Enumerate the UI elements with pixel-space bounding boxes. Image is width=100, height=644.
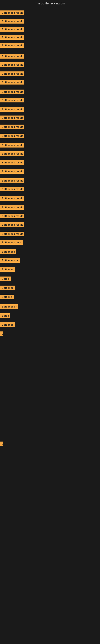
bottleneck-result-label: Bottleneck result	[0, 80, 24, 84]
bottleneck-result-item: Bottle	[0, 313, 10, 319]
bottleneck-result-item: Bottleneck result	[0, 134, 24, 139]
bottleneck-result-label: Bottleneck result	[0, 196, 24, 201]
bottleneck-result-item: Bottleneck result	[0, 205, 24, 210]
bottleneck-result-label: Bottleneck	[0, 249, 16, 254]
site-title: TheBottlenecker.com	[0, 0, 100, 7]
bottleneck-result-label: Bottleneck result	[0, 214, 24, 218]
bottleneck-result-item: Bottleneck result	[0, 10, 24, 16]
bottleneck-result-label: B	[0, 442, 3, 446]
bottleneck-result-label: Bottle	[0, 276, 11, 281]
bottleneck-result-label: Bottleneck result	[0, 27, 24, 32]
bottleneck-result-label: Bottlenec	[0, 286, 15, 290]
bottleneck-result-label: Bottleneck result	[0, 160, 24, 165]
bottleneck-result-item: Bottleneck result	[0, 124, 24, 130]
bottleneck-result-label: Bottleneck result	[0, 90, 24, 94]
bottleneck-result-item: Bottleneck result	[0, 187, 24, 192]
bottleneck-result-label: Bottleneck result	[0, 116, 24, 120]
bottleneck-result-item: Bottleneck result	[0, 54, 24, 59]
bottleneck-result-item: Bottleneck result	[0, 232, 24, 237]
bottleneck-result-item: Bottlenec	[0, 286, 15, 291]
bottleneck-result-item: Bottleneck result	[0, 222, 24, 228]
bottleneck-result-label: Bottleneck result	[0, 178, 24, 183]
bottleneck-result-item: Bottleneck result	[0, 72, 24, 77]
bottleneck-result-item: Bottleneck result	[0, 80, 24, 85]
bottleneck-result-item: Bottleneck result	[0, 35, 24, 40]
bottleneck-result-item: Bottleneck result	[0, 143, 24, 148]
bottleneck-result-label: Bottleneck resu	[0, 240, 23, 245]
bottleneck-result-label: Bottleneck result	[0, 98, 24, 102]
bottleneck-result-label: Bottleneck result	[0, 222, 24, 227]
bottleneck-result-item: Bottleneck result	[0, 116, 24, 121]
bottleneck-result-item: Bottleneck result	[0, 160, 24, 166]
bottleneck-result-label: Bottleneck result	[0, 205, 24, 210]
bottleneck-result-item: Bottleneck result	[0, 98, 24, 103]
bottleneck-result-label: Bottlene	[0, 295, 14, 299]
bottleneck-result-label: Bottleneck result	[0, 43, 24, 48]
bottleneck-result-label: Bottlenec	[0, 322, 15, 327]
bottleneck-result-label: Bottleneck result	[0, 35, 24, 40]
bottleneck-result-item: Bottleneck result	[0, 196, 24, 202]
bottleneck-result-label: Bottleneck result	[0, 187, 24, 192]
bottleneck-result-item: Bottle	[0, 276, 11, 282]
bottleneck-result-item: Bottleneck result	[0, 151, 24, 157]
bottleneck-result-label: Bottleneck result	[0, 62, 24, 67]
bottleneck-result-item: Bottleneck resu	[0, 240, 23, 246]
bottleneck-result-item: Bottleneck r	[0, 304, 18, 310]
bottleneck-result-label: Bottleneck r	[0, 304, 18, 309]
bottleneck-result-label: Bottleneck result	[0, 134, 24, 138]
bottleneck-result-label: Bottleneck result	[0, 143, 24, 148]
bottleneck-result-item: Bottlene	[0, 295, 14, 300]
bottleneck-result-label: B	[0, 332, 3, 336]
bottleneck-result-item: Bottleneck	[0, 249, 16, 255]
bottleneck-result-item: Bottleneck result	[0, 107, 24, 112]
bottleneck-result-item: Bottleneck result	[0, 90, 24, 95]
bottleneck-result-label: Bottlenec	[0, 267, 15, 272]
bottleneck-result-label: Bottle	[0, 313, 10, 318]
bottleneck-result-label: Bottleneck result	[0, 124, 24, 129]
bottleneck-result-label: Bottleneck result	[0, 169, 24, 174]
bottleneck-result-item: Bottleneck result	[0, 19, 24, 24]
bottleneck-result-item: Bottleneck result	[0, 169, 24, 174]
bottleneck-result-label: Bottleneck result	[0, 10, 24, 15]
bottleneck-result-label: Bottleneck re	[0, 258, 20, 263]
bottleneck-result-label: Bottleneck result	[0, 72, 24, 76]
bottleneck-result-label: Bottleneck result	[0, 54, 24, 58]
bottleneck-result-item: B	[0, 442, 3, 447]
bottleneck-result-item: Bottleneck re	[0, 258, 20, 264]
bottleneck-result-label: Bottleneck result	[0, 151, 24, 156]
bottleneck-result-item: B	[0, 332, 3, 337]
bottleneck-result-label: Bottleneck result	[0, 107, 24, 112]
bottleneck-result-item: Bottleneck result	[0, 62, 24, 68]
bottleneck-result-item: Bottleneck result	[0, 214, 24, 219]
bottleneck-result-label: Bottleneck result	[0, 232, 24, 236]
bottleneck-result-item: Bottleneck result	[0, 27, 24, 32]
bottleneck-result-item: Bottlenec	[0, 322, 15, 328]
bottleneck-result-item: Bottlenec	[0, 267, 15, 272]
bottleneck-result-label: Bottleneck result	[0, 19, 24, 24]
bottleneck-result-item: Bottleneck result	[0, 178, 24, 184]
bottleneck-result-item: Bottleneck result	[0, 43, 24, 48]
